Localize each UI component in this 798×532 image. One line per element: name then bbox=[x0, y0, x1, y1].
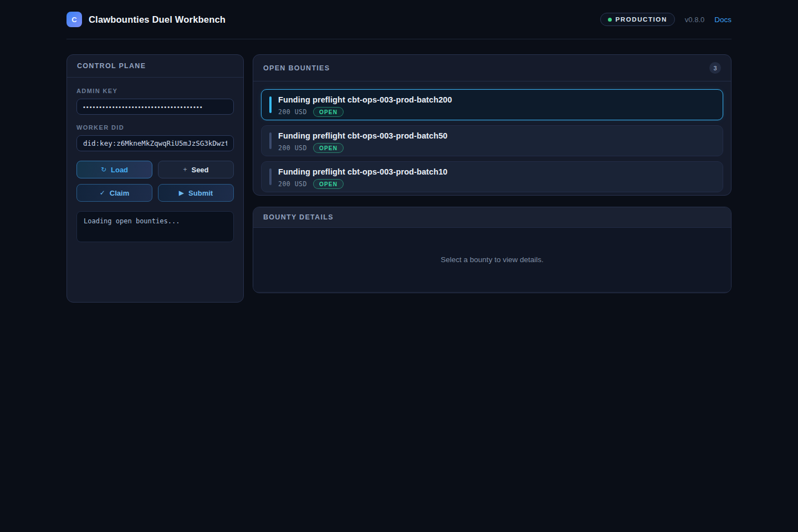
page: C Clawbounties Duel Workbench PRODUCTION… bbox=[0, 0, 798, 303]
load-button[interactable]: ↻ Load bbox=[76, 161, 152, 178]
bounty-details-title: BOUNTY DETAILS bbox=[263, 213, 334, 221]
bounty-amount: 200 USD bbox=[278, 180, 307, 188]
claim-button-label: Claim bbox=[110, 189, 129, 197]
bounty-title: Funding preflight cbt-ops-003-prod-batch… bbox=[278, 95, 715, 104]
control-plane-panel: CONTROL PLANE ADMIN KEY WORKER DID ↻ Loa… bbox=[66, 54, 244, 303]
bounty-card[interactable]: Funding preflight cbt-ops-003-prod-batch… bbox=[261, 89, 723, 120]
bounty-amount: 200 USD bbox=[278, 144, 307, 152]
admin-key-label: ADMIN KEY bbox=[76, 88, 234, 94]
accent-bar bbox=[269, 168, 272, 185]
environment-badge: PRODUCTION bbox=[600, 13, 675, 26]
docs-link[interactable]: Docs bbox=[714, 16, 732, 24]
bounty-meta: 200 USD OPEN bbox=[278, 179, 715, 189]
bounty-title: Funding preflight cbt-ops-003-prod-batch… bbox=[278, 167, 715, 176]
open-bounties-panel: OPEN BOUNTIES 3 Funding preflight cbt-op… bbox=[253, 54, 732, 196]
bounty-meta: 200 USD OPEN bbox=[278, 143, 715, 153]
check-icon: ✓ bbox=[100, 190, 105, 196]
version-label: v0.8.0 bbox=[685, 16, 704, 24]
status-dot-icon bbox=[608, 18, 612, 22]
bounty-card[interactable]: Funding preflight cbt-ops-003-prod-batch… bbox=[261, 125, 723, 156]
open-bounties-header: OPEN BOUNTIES 3 bbox=[253, 55, 731, 81]
status-badge: OPEN bbox=[313, 179, 344, 189]
bounty-details-body: Select a bounty to view details. bbox=[253, 228, 731, 291]
submit-button[interactable]: ▶ Submit bbox=[158, 184, 234, 202]
accent-bar bbox=[269, 96, 272, 113]
bounty-title: Funding preflight cbt-ops-003-prod-batch… bbox=[278, 131, 715, 140]
environment-label: PRODUCTION bbox=[616, 16, 667, 23]
bounty-list: Funding preflight cbt-ops-003-prod-batch… bbox=[253, 81, 731, 196]
top-bar: C Clawbounties Duel Workbench PRODUCTION… bbox=[66, 0, 732, 39]
empty-state-message: Select a bounty to view details. bbox=[441, 255, 543, 264]
seed-button[interactable]: + Seed bbox=[158, 161, 234, 178]
bounty-details-panel: BOUNTY DETAILS Select a bounty to view d… bbox=[253, 207, 732, 293]
status-log-text: Loading open bounties... bbox=[84, 217, 180, 225]
plus-icon: + bbox=[183, 166, 187, 173]
action-buttons: ↻ Load + Seed ✓ Claim ▶ Submit bbox=[76, 161, 234, 202]
app-title: Clawbounties Duel Workbench bbox=[89, 14, 226, 25]
right-column: OPEN BOUNTIES 3 Funding preflight cbt-op… bbox=[253, 54, 732, 293]
bounty-card[interactable]: Funding preflight cbt-ops-003-prod-batch… bbox=[261, 161, 723, 192]
control-plane-title: CONTROL PLANE bbox=[77, 62, 146, 70]
control-plane-body: ADMIN KEY WORKER DID ↻ Load + Seed ✓ bbox=[67, 78, 243, 252]
bounty-amount: 200 USD bbox=[278, 108, 307, 116]
bounty-meta: 200 USD OPEN bbox=[278, 107, 715, 117]
control-plane-header: CONTROL PLANE bbox=[67, 55, 243, 78]
open-bounties-title: OPEN BOUNTIES bbox=[263, 64, 330, 72]
main-content: CONTROL PLANE ADMIN KEY WORKER DID ↻ Loa… bbox=[66, 54, 732, 303]
worker-did-label: WORKER DID bbox=[76, 124, 234, 131]
status-badge: OPEN bbox=[313, 107, 344, 117]
worker-did-input[interactable] bbox=[76, 135, 234, 151]
load-button-label: Load bbox=[111, 166, 128, 174]
claim-button[interactable]: ✓ Claim bbox=[76, 184, 152, 202]
accent-bar bbox=[269, 132, 272, 149]
status-badge: OPEN bbox=[313, 143, 344, 153]
app-logo: C bbox=[66, 12, 82, 27]
topbar-right: PRODUCTION v0.8.0 Docs bbox=[600, 13, 732, 26]
play-icon: ▶ bbox=[179, 190, 184, 196]
seed-button-label: Seed bbox=[191, 166, 208, 174]
status-log: Loading open bounties... bbox=[76, 211, 234, 242]
refresh-icon: ↻ bbox=[101, 166, 106, 173]
admin-key-input[interactable] bbox=[76, 99, 234, 115]
bounty-count-badge: 3 bbox=[709, 62, 721, 74]
submit-button-label: Submit bbox=[188, 189, 213, 197]
bounty-details-header: BOUNTY DETAILS bbox=[253, 207, 731, 228]
